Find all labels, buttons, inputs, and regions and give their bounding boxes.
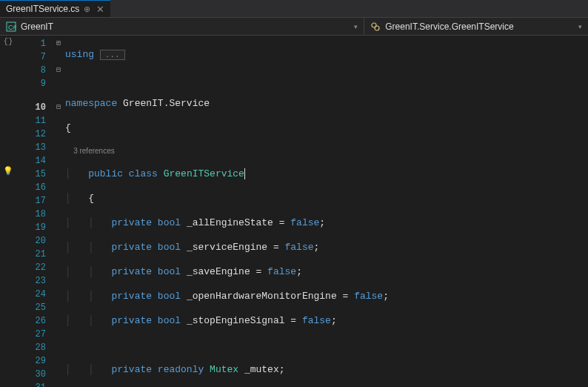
line-number: 13: [16, 141, 52, 154]
line-number: 9: [16, 77, 52, 90]
fold-column: ⊞ ⊟ ⊟: [52, 36, 65, 387]
file-tab[interactable]: GreenITService.cs ⊕ ✕: [0, 0, 110, 17]
line-number: 18: [16, 208, 52, 221]
brace-glyph: {}: [0, 37, 16, 50]
line-number: 28: [16, 341, 52, 354]
text-cursor: [244, 168, 245, 179]
pin-icon[interactable]: ⊕: [84, 4, 90, 14]
outline-margin: {} 💡: [0, 36, 16, 387]
nav-project-dropdown[interactable]: C# GreenIT ▾: [0, 18, 364, 35]
line-number: 8: [16, 64, 52, 77]
line-number-gutter: 1 7 8 9 10 11 12 13 14 15 16 17 18 19 20…: [16, 36, 52, 387]
code-line: │ │ private bool _openHardwareMonitorEng…: [65, 290, 588, 303]
line-number: [16, 90, 52, 101]
svg-text:C#: C#: [8, 24, 16, 31]
lightbulb-icon[interactable]: 💡: [0, 166, 16, 179]
fold-collapse-icon[interactable]: ⊟: [52, 64, 65, 77]
code-line: │ │ private bool _stopEngineSignal = fal…: [65, 314, 588, 328]
class-icon: [370, 22, 381, 32]
line-number: 23: [16, 274, 52, 288]
line-number: 7: [16, 50, 52, 64]
code-line: {: [65, 122, 588, 135]
code-line: │ │ private bool _serviceEngine = false;: [65, 241, 588, 254]
codelens-references[interactable]: 3 references: [65, 146, 588, 156]
line-number: 25: [16, 301, 52, 314]
nav-project-label: GreenIT: [21, 22, 53, 32]
line-number: 17: [16, 194, 52, 208]
line-number: 15: [16, 168, 52, 181]
code-line: │ public class GreenITService: [65, 168, 588, 181]
nav-class-dropdown[interactable]: GreenIT.Service.GreenITService ▾: [364, 22, 588, 32]
tab-filename: GreenITService.cs: [6, 4, 79, 14]
line-number: 31: [16, 381, 52, 387]
code-line: namespace GreenIT.Service: [65, 97, 588, 110]
line-number: 24: [16, 288, 52, 301]
code-line: │ │ private readonly Mutex _mutex;: [65, 363, 588, 377]
fold-expand-icon[interactable]: ⊞: [52, 37, 65, 50]
line-number: 26: [16, 314, 52, 328]
code-line: │ {: [65, 192, 588, 205]
csharp-project-icon: C#: [6, 22, 16, 32]
code-line: │ │ private bool _allEngineState = false…: [65, 216, 588, 230]
navigation-bar: C# GreenIT ▾ GreenIT.Service.GreenITServ…: [0, 18, 588, 36]
line-number: 11: [16, 114, 52, 128]
line-number: 22: [16, 261, 52, 274]
code-line: │ │ private bool _saveEngine = false;: [65, 265, 588, 279]
line-number: 20: [16, 234, 52, 248]
svg-point-3: [375, 26, 379, 30]
line-number-current: 10: [16, 101, 52, 114]
line-number: 1: [16, 37, 52, 50]
line-number: 21: [16, 248, 52, 261]
close-icon[interactable]: ✕: [96, 4, 104, 15]
chevron-down-icon: ▾: [578, 23, 582, 30]
line-number: 29: [16, 354, 52, 368]
code-line: using ...: [65, 48, 588, 62]
code-line: [65, 73, 588, 86]
tab-bar: GreenITService.cs ⊕ ✕: [0, 0, 588, 18]
code-area[interactable]: using ... namespace GreenIT.Service { 3 …: [65, 36, 588, 387]
collapsed-region[interactable]: ...: [100, 50, 125, 60]
fold-collapse-icon[interactable]: ⊟: [52, 101, 65, 114]
line-number: 30: [16, 368, 52, 381]
line-number: 16: [16, 181, 52, 194]
code-editor[interactable]: {} 💡 1 7 8 9 10 11 12 13 14 15 16 17 18 …: [0, 36, 588, 387]
code-line: [65, 339, 588, 352]
line-number: 12: [16, 128, 52, 141]
line-number: 27: [16, 328, 52, 341]
line-number: 14: [16, 154, 52, 168]
chevron-down-icon: ▾: [354, 23, 358, 30]
nav-class-label: GreenIT.Service.GreenITService: [385, 22, 513, 32]
line-number: 19: [16, 221, 52, 234]
